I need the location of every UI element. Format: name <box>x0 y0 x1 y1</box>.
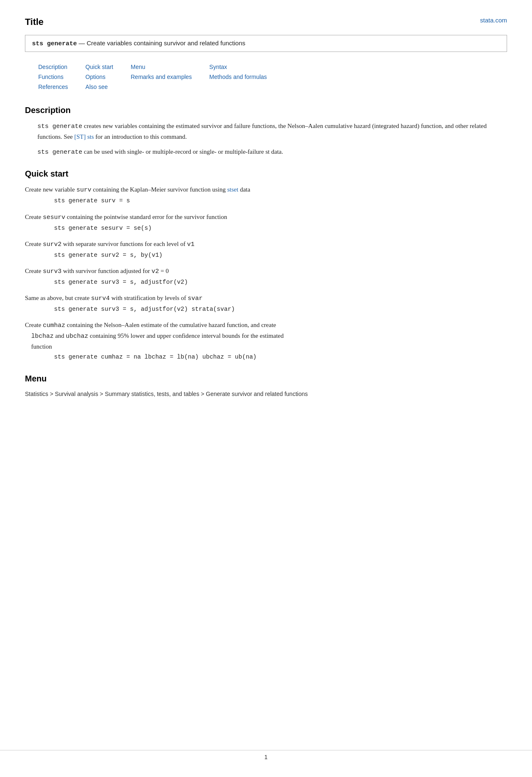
quickstart-desc-3: Create surv2 with separate survivor func… <box>25 239 507 250</box>
quickstart-code-6: sts generate cumhaz = na lbchaz = lb(na)… <box>54 352 507 362</box>
nav-link-quickstart[interactable]: Quick start <box>86 62 113 72</box>
quickstart-desc-5: Same as above, but create surv4 with str… <box>25 293 507 304</box>
title-separator: — <box>79 39 85 47</box>
nav-link-references[interactable]: References <box>38 82 68 92</box>
description-section: Description sts generate creates new var… <box>25 106 507 157</box>
title-box: sts generate — Create variables containi… <box>25 35 507 52</box>
page-title: Title <box>25 17 44 27</box>
description-heading: Description <box>25 106 507 115</box>
description-para1: sts generate creates new variables conta… <box>37 121 507 142</box>
nav-link-methods[interactable]: Methods and formulas <box>209 72 267 82</box>
nav-link-syntax[interactable]: Syntax <box>209 62 267 72</box>
quickstart-desc-4: Create surv3 with survivor function adju… <box>25 266 507 277</box>
quickstart-code-4: sts generate surv3 = s, adjustfor(v2) <box>54 278 507 287</box>
st-sts-link[interactable]: [ST] sts <box>74 133 94 140</box>
nav-link-alsosee[interactable]: Also see <box>86 82 113 92</box>
quickstart-code-2: sts generate sesurv = se(s) <box>54 224 507 233</box>
quickstart-desc-6: Create cumhaz containing the Nelson–Aale… <box>25 320 507 352</box>
page-header: Title stata.com <box>25 17 507 27</box>
page-number: 1 <box>264 754 268 760</box>
quickstart-desc-1: Create new variable surv containing the … <box>25 184 507 195</box>
quickstart-code-5: sts generate surv3 = s, adjustfor(v2) st… <box>54 305 507 314</box>
quickstart-section: Quick start Create new variable surv con… <box>25 169 507 362</box>
title-description: Create variables containing survivor and… <box>86 39 245 47</box>
nav-link-remarks[interactable]: Remarks and examples <box>131 72 192 82</box>
description-para2: sts generate can be used with single- or… <box>37 147 507 157</box>
quickstart-item-1: Create new variable surv containing the … <box>25 184 507 206</box>
footer-divider <box>0 750 532 750</box>
menu-path: Statistics > Survival analysis > Summary… <box>25 389 507 398</box>
title-command: sts generate <box>32 40 77 47</box>
quickstart-item-4: Create surv3 with survivor function adju… <box>25 266 507 287</box>
quickstart-item-5: Same as above, but create surv4 with str… <box>25 293 507 314</box>
nav-link-menu[interactable]: Menu <box>131 62 192 72</box>
nav-link-description[interactable]: Description <box>38 62 68 72</box>
menu-section: Menu Statistics > Survival analysis > Su… <box>25 374 507 398</box>
quickstart-desc-2: Create sesurv containing the pointwise s… <box>25 212 507 223</box>
quickstart-code-3: sts generate surv2 = s, by(v1) <box>54 251 507 260</box>
nav-link-functions[interactable]: Functions <box>38 72 68 82</box>
stset-link[interactable]: stset <box>227 186 239 193</box>
stata-link[interactable]: stata.com <box>480 17 507 24</box>
quickstart-heading: Quick start <box>25 169 507 179</box>
page-footer: 1 <box>0 750 532 760</box>
quickstart-item-2: Create sesurv containing the pointwise s… <box>25 212 507 233</box>
quickstart-code-1: sts generate surv = s <box>54 196 507 206</box>
navigation: Description Functions References Quick s… <box>37 61 507 93</box>
quickstart-item-6: Create cumhaz containing the Nelson–Aale… <box>25 320 507 362</box>
menu-heading: Menu <box>25 374 507 384</box>
nav-link-options[interactable]: Options <box>86 72 113 82</box>
description-text1: sts generate creates new variables conta… <box>37 123 487 140</box>
quickstart-item-3: Create surv2 with separate survivor func… <box>25 239 507 260</box>
